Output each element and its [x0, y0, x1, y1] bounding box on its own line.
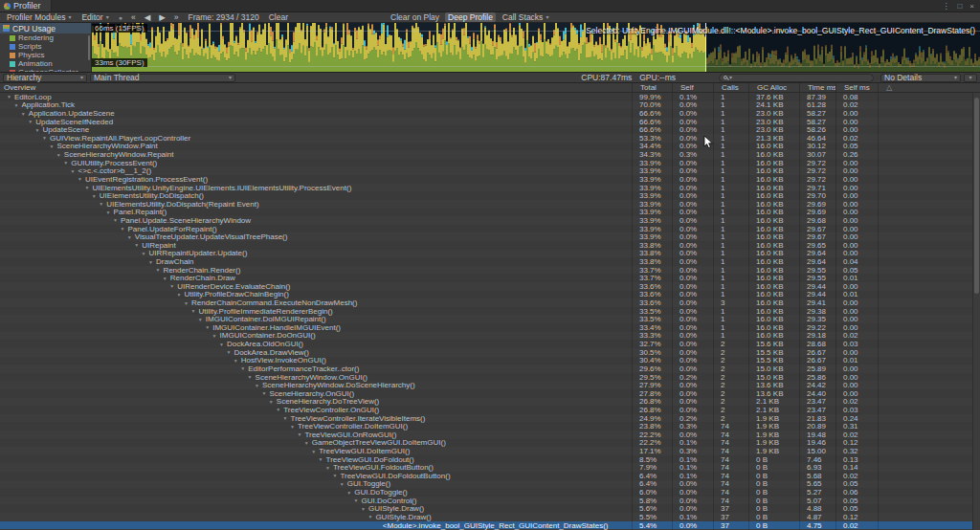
table-row[interactable]: ▼UIElementsUtility.DoDispatch()33.9%0.0%… [0, 191, 980, 200]
foldout-icon[interactable]: ▼ [125, 234, 134, 240]
table-row[interactable]: ▼UIRRepaintUpdater.Update()33.8%0.0%116.… [0, 250, 980, 258]
next-frame-button[interactable]: ▶ [156, 12, 168, 22]
table-row[interactable]: ▼TreeViewGUI.DoFoldout()8.5%0.1%740 B7.4… [0, 455, 980, 464]
table-row[interactable]: ▼TreeViewController.OnGUI()26.8%0.0%22.1… [0, 406, 980, 414]
foldout-icon[interactable]: ▼ [211, 333, 219, 339]
column-gc-alloc[interactable]: GC Alloc [748, 83, 799, 92]
table-row[interactable]: ▼DockArea.DrawView()30.5%0.0%215.5 KB26.… [0, 348, 980, 357]
search-input[interactable] [734, 74, 869, 82]
legend-item-scripts[interactable]: Scripts [0, 42, 91, 51]
table-row[interactable]: ▼GUIStyle.Draw()5.5%0.1%370 B4.870.12 [0, 513, 980, 521]
foldout-icon[interactable]: ▼ [146, 259, 155, 265]
table-row[interactable]: ▼UIElementsUtility.UnityEngine.UIElement… [0, 184, 980, 192]
table-row[interactable]: ▼SceneHierarchyWindow.DoSceneHierarchy()… [0, 381, 980, 389]
foldout-icon[interactable]: ▼ [40, 135, 49, 141]
foldout-icon[interactable]: ▼ [104, 210, 113, 215]
prev-frame-button[interactable]: ◀ [142, 12, 154, 22]
foldout-icon[interactable]: ▼ [140, 251, 148, 256]
table-row[interactable]: ▼Panel.UpdateForRepaint()33.9%0.0%116.0 … [0, 225, 980, 233]
foldout-icon[interactable]: ▼ [203, 324, 212, 330]
table-row[interactable]: ▼GUIUtility.ProcessEvent()33.9%0.0%116.0… [0, 159, 980, 167]
module-scrollbar[interactable] [88, 35, 90, 60]
module-cpu-usage[interactable]: CPU Usage [0, 23, 91, 33]
thread-dropdown[interactable]: Main Thread ▾ [90, 74, 235, 82]
maximize-icon[interactable]: □ [957, 2, 962, 11]
column-time-ms[interactable]: Time ms ▾ [799, 83, 835, 92]
table-row[interactable]: ▼Panel.Repaint()33.9%0.0%116.0 KB29.690.… [0, 209, 980, 217]
table-row[interactable]: ▼SceneHierarchyWindow.OnGUI()29.5%0.2%21… [0, 373, 980, 382]
table-row[interactable]: ▼Application.UpdateScene66.6%0.0%123.0 K… [0, 109, 980, 118]
profiler-modules-dropdown[interactable]: Profiler Modules ▾ [3, 12, 75, 22]
foldout-icon[interactable]: ▼ [82, 185, 91, 190]
scrollbar-thumb[interactable] [974, 98, 979, 294]
table-row[interactable]: ▼DrawChain33.8%0.0%116.0 KB29.640.04 [0, 257, 980, 266]
close-icon[interactable]: × [969, 2, 974, 11]
table-row[interactable]: ▼Utility.ProfileDrawChainBegin()33.6%0.0… [0, 291, 980, 299]
table-row[interactable]: ▼UpdateScene66.6%0.0%123.0 KB58.260.00 [0, 125, 980, 134]
table-row[interactable]: ▼SceneHierarchy.OnGUI()27.8%0.0%213.6 KB… [0, 389, 980, 398]
foldout-icon[interactable]: ▼ [224, 349, 233, 355]
table-row[interactable]: ▼EditorPerformanceTracker..ctor()29.6%0.… [0, 364, 980, 373]
table-row[interactable]: ▼DockArea.OldOnGUI()32.7%0.0%215.6 KB28.… [0, 340, 980, 348]
foldout-icon[interactable]: ▼ [189, 308, 197, 314]
legend-item-rendering[interactable]: Rendering [0, 33, 91, 42]
foldout-icon[interactable]: ▼ [47, 144, 56, 149]
search-field[interactable]: ▾ [719, 74, 874, 82]
column-self[interactable]: Self [672, 83, 713, 92]
foldout-icon[interactable]: ▼ [238, 365, 247, 371]
foldout-icon[interactable]: ▼ [253, 383, 261, 388]
column-warnings[interactable]: △ [878, 83, 980, 92]
foldout-icon[interactable]: ▼ [161, 276, 169, 281]
table-row[interactable]: ▼GUI.DoControl()5.8%0.0%740 B5.070.05 [0, 497, 980, 505]
foldout-icon[interactable]: ▼ [97, 201, 105, 207]
foldout-icon[interactable]: ▼ [330, 473, 339, 478]
foldout-icon[interactable]: ▼ [259, 390, 268, 396]
foldout-icon[interactable]: ▼ [5, 94, 13, 99]
table-row[interactable]: ▼UIElementsUtility.DoDispatch(Repaint Ev… [0, 200, 980, 209]
foldout-icon[interactable]: ▼ [295, 431, 303, 437]
view-mode-dropdown[interactable]: Hierarchy ▾ [3, 74, 87, 82]
foldout-icon[interactable]: ▼ [352, 497, 361, 503]
foldout-icon[interactable]: ▼ [267, 399, 276, 405]
foldout-icon[interactable]: ▼ [217, 342, 226, 347]
foldout-icon[interactable]: ▼ [309, 449, 318, 454]
foldout-icon[interactable]: ▼ [26, 119, 34, 124]
foldout-icon[interactable]: ▼ [274, 407, 282, 412]
table-row[interactable]: ▼IMGUIContainer.DoOnGUI()33.3%0.0%116.0 … [0, 332, 980, 341]
legend-item-garbagecollector[interactable]: GarbageCollector [0, 68, 91, 72]
record-button[interactable]: ● [116, 12, 125, 22]
foldout-icon[interactable]: ▼ [11, 102, 20, 108]
foldout-icon[interactable]: ▼ [317, 456, 325, 462]
table-row[interactable]: ▼TreeViewGUI.FoldoutButton()7.9%0.1%740 … [0, 463, 980, 472]
foldout-icon[interactable]: ▼ [288, 424, 297, 430]
table-row[interactable]: ▼SceneHierarchyWindow.Paint34.4%0.0%116.… [0, 143, 980, 151]
menu-icon[interactable]: ⋮ [942, 2, 949, 11]
last-frame-button[interactable]: » [171, 12, 182, 22]
legend-item-physics[interactable]: Physics [0, 51, 91, 59]
first-frame-button[interactable]: « [128, 12, 139, 22]
foldout-icon[interactable]: ▼ [69, 168, 78, 174]
foldout-icon[interactable]: ▼ [118, 226, 126, 232]
foldout-icon[interactable]: ▼ [232, 358, 240, 364]
table-row[interactable]: ▼TreeViewGUI.OnRowGUI()22.2%0.0%741.9 KB… [0, 431, 980, 439]
table-row[interactable]: ▼IMGUIContainer.HandleIMGUIEvent()33.4%0… [0, 323, 980, 332]
table-row[interactable]: ▼GUI.Toggle()6.4%0.0%740 B5.650.05 [0, 480, 980, 489]
clear-button[interactable]: Clear [266, 12, 291, 22]
table-row[interactable]: ▼Application.Tick70.0%0.0%124.1 KB61.280… [0, 101, 980, 110]
table-row[interactable]: ▼RenderChain.Draw33.7%0.0%116.0 KB29.550… [0, 274, 980, 282]
table-row[interactable]: ▼TreeViewController.IterateVisibleItems(… [0, 414, 980, 423]
table-row[interactable]: ▼TreeViewGUI.DoFoldoutButton()6.4%0.1%74… [0, 472, 980, 480]
foldout-icon[interactable]: ▼ [153, 267, 162, 273]
foldout-icon[interactable]: ▼ [33, 127, 42, 133]
foldout-icon[interactable]: ▼ [338, 481, 346, 487]
column-overview[interactable]: Overview [0, 83, 632, 92]
table-row[interactable]: ▼Panel.Update.SceneHierarchyWindow33.9%0… [0, 216, 980, 225]
foldout-icon[interactable]: ▼ [55, 152, 63, 158]
options-mini-dropdown[interactable]: ▾ [964, 74, 977, 82]
tab-profiler[interactable]: Profiler [0, 0, 52, 11]
foldout-icon[interactable]: ▼ [345, 490, 353, 496]
table-row[interactable]: ▼SceneHierarchy.DoTreeView()26.8%0.0%22.… [0, 398, 980, 407]
foldout-icon[interactable]: ▼ [132, 242, 141, 248]
foldout-icon[interactable]: ▼ [111, 217, 120, 223]
table-row[interactable]: ▼<>c.<.cctor>b__1_2()33.9%0.0%116.0 KB29… [0, 166, 980, 175]
